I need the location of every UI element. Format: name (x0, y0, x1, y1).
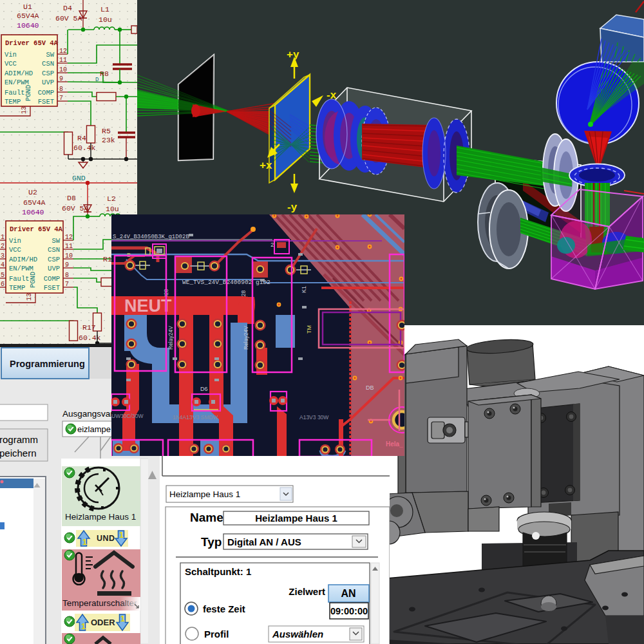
svg-text:VCC: VCC (5, 60, 17, 68)
svg-text:Driver 65V 4A: Driver 65V 4A (5, 39, 59, 47)
svg-text:Hela_: Hela_ (386, 440, 403, 448)
svg-text:DB: DB (366, 384, 374, 391)
svg-text:R8: R8 (100, 70, 109, 78)
svg-text:ADIM/HD: ADIM/HD (5, 70, 33, 77)
svg-text:D8: D8 (67, 194, 76, 202)
svg-text:VCC: VCC (9, 246, 21, 254)
svg-text:1: 1 (1, 234, 5, 241)
svg-text:12: 12 (65, 234, 73, 241)
svg-text:Schaltpunkt: 1: Schaltpunkt: 1 (185, 566, 251, 577)
svg-text:FSET: FSET (44, 284, 60, 292)
svg-text:10640: 10640 (22, 208, 44, 216)
svg-text:CSP: CSP (42, 70, 54, 77)
svg-text:EN/PWM: EN/PWM (9, 265, 33, 272)
svg-text:1: 1 (119, 530, 124, 540)
svg-text:UVP: UVP (48, 265, 60, 272)
svg-text:8: 8 (59, 86, 63, 93)
svg-text:COMP: COMP (38, 89, 54, 97)
svg-text:10: 10 (65, 252, 73, 260)
svg-text:11: 11 (65, 243, 73, 250)
svg-text:PGND: PGND (24, 85, 32, 101)
svg-text:1: 1 (120, 614, 125, 623)
svg-text:+x: +x (260, 159, 272, 171)
svg-text:13: 13 (21, 106, 28, 114)
svg-text:Heizlampe Haus 1: Heizlampe Haus 1 (255, 513, 337, 524)
svg-text:11: 11 (59, 57, 67, 64)
svg-text:13: 13 (26, 293, 33, 301)
svg-text:Fault: Fault (9, 275, 30, 283)
svg-text:Profil: Profil (204, 629, 229, 639)
svg-text:+y: +y (287, 48, 299, 61)
svg-text:K1: K1 (301, 286, 307, 293)
svg-text:Relay24V: Relay24V (167, 326, 174, 350)
svg-text:Typ: Typ (201, 535, 222, 549)
svg-text:A13V3 30W: A13V3 30W (299, 414, 328, 421)
svg-text:TEMP: TEMP (9, 284, 25, 292)
svg-text:D4: D4 (63, 4, 72, 12)
svg-text:FSET: FSET (38, 98, 54, 106)
svg-text:R1: R1 (103, 255, 112, 263)
svg-text:2: 2 (1, 243, 5, 250)
svg-text:Relay24V: Relay24V (243, 326, 249, 350)
svg-text:R5: R5 (102, 127, 111, 135)
svg-text:D: D (95, 77, 99, 83)
svg-text:SW: SW (46, 51, 54, 59)
svg-text:UND: UND (97, 534, 115, 543)
svg-text:4: 4 (1, 261, 5, 269)
svg-text:R17: R17 (82, 323, 96, 332)
svg-text:10u: 10u (106, 205, 119, 213)
svg-text:Name: Name (190, 511, 223, 524)
svg-text:L2: L2 (107, 194, 116, 203)
svg-text:6: 6 (1, 281, 5, 288)
svg-text:5: 5 (1, 272, 5, 279)
svg-text:peichern: peichern (0, 448, 37, 459)
svg-text:UW30C/30W: UW30C/30W (111, 413, 144, 419)
svg-text:Heizlampe Haus 1: Heizlampe Haus 1 (169, 489, 240, 499)
svg-text:1: 1 (82, 537, 87, 547)
svg-text:9: 9 (59, 75, 63, 82)
svg-text:ODER: ODER (91, 618, 115, 627)
svg-text:D6: D6 (200, 386, 208, 392)
svg-text:1N4A13V3 SMDW: 1N4A13V3 SMDW (173, 414, 218, 421)
svg-text:SW: SW (52, 237, 60, 245)
svg-text:GND: GND (72, 174, 86, 182)
svg-text:60.4k: 60.4k (73, 144, 96, 152)
svg-text:2: 2 (270, 242, 274, 249)
svg-text:09:00:00: 09:00:00 (330, 606, 368, 616)
svg-text:Programmierung: Programmierung (10, 359, 85, 369)
svg-text:TM: TM (306, 325, 312, 334)
svg-text:CSN: CSN (48, 246, 60, 254)
svg-text:1: 1 (81, 621, 86, 631)
svg-text:3: 3 (1, 252, 5, 260)
svg-text:PGND: PGND (29, 272, 37, 288)
svg-text:9: 9 (65, 261, 69, 269)
svg-text:10640: 10640 (17, 21, 39, 30)
svg-text:feste Zeit: feste Zeit (203, 603, 245, 614)
svg-text:Vin: Vin (5, 51, 17, 59)
svg-text:TEMP: TEMP (5, 98, 21, 106)
svg-text:10: 10 (59, 66, 67, 73)
svg-text:AN: AN (341, 588, 355, 599)
svg-text:R4: R4 (77, 134, 86, 142)
svg-text:ADIM/HD: ADIM/HD (9, 256, 37, 263)
svg-text:Auswählen: Auswählen (272, 629, 323, 639)
svg-text:CSP: CSP (48, 256, 60, 263)
svg-text:Driver 65V 4A: Driver 65V 4A (10, 225, 63, 233)
svg-text:Digital AN / AUS: Digital AN / AUS (227, 536, 301, 547)
svg-text:U2: U2 (28, 188, 37, 196)
svg-text:Heizlampe Haus 1: Heizlampe Haus 1 (65, 512, 136, 522)
svg-text:S_24V_B34050B3K_g1D02B: S_24V_B34050B3K_g1D02B (113, 234, 189, 240)
svg-text:7: 7 (59, 95, 63, 102)
svg-text:NEUT: NEUT (124, 296, 172, 316)
svg-text:7: 7 (65, 281, 69, 288)
svg-text:Zielwert: Zielwert (289, 586, 325, 597)
svg-text:12: 12 (59, 48, 67, 55)
svg-text:U1: U1 (23, 3, 32, 11)
svg-text:rogramm: rogramm (0, 434, 38, 445)
svg-text:UVP: UVP (42, 79, 54, 86)
svg-text:L1: L1 (100, 5, 109, 14)
svg-text:60V 5A: 60V 5A (55, 14, 82, 23)
svg-text:10u: 10u (99, 15, 112, 24)
svg-text:COMP: COMP (44, 275, 60, 283)
svg-text:65V4A: 65V4A (17, 12, 39, 20)
